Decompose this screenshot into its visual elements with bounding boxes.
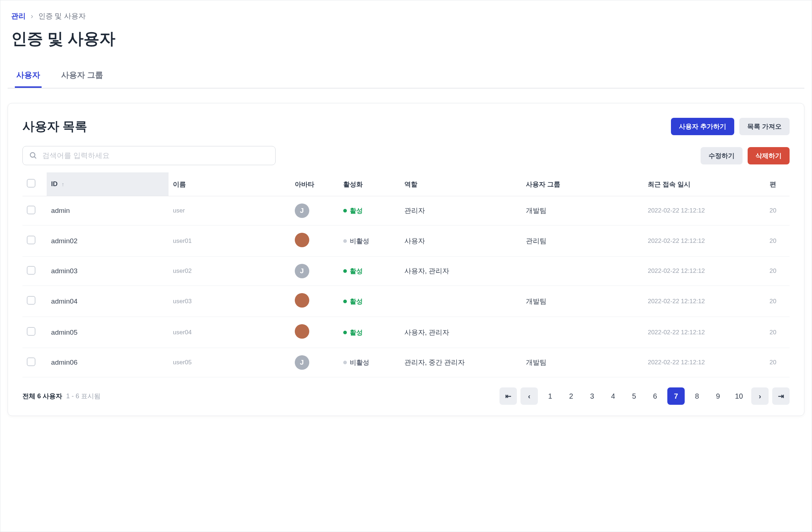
cell-role: 사용자 bbox=[400, 226, 522, 257]
page-number[interactable]: 4 bbox=[604, 387, 622, 405]
cell-role: 관리자, 중간 관리자 bbox=[400, 348, 522, 377]
row-checkbox[interactable] bbox=[27, 236, 35, 244]
cell-id: admin05 bbox=[47, 317, 169, 348]
page-last-button[interactable]: ⇥ bbox=[772, 387, 790, 405]
cell-extra: 20 bbox=[765, 226, 790, 257]
page-first-button[interactable]: ⇤ bbox=[499, 387, 517, 405]
page-number[interactable]: 7 bbox=[667, 387, 685, 405]
import-button[interactable]: 목록 가져오 bbox=[739, 118, 790, 135]
summary-range: 1 - 6 표시됨 bbox=[66, 392, 101, 400]
col-group[interactable]: 사용자 그룹 bbox=[522, 172, 643, 196]
card-title: 사용자 목록 bbox=[22, 118, 87, 135]
cell-role: 사용자, 관리자 bbox=[400, 257, 522, 286]
page-number[interactable]: 5 bbox=[625, 387, 643, 405]
breadcrumb-root[interactable]: 관리 bbox=[11, 11, 26, 21]
user-table: ID ↑ 이름 아바타 활성화 역할 사용자 그룹 최근 접속 일시 편 adm… bbox=[22, 172, 790, 377]
col-extra[interactable]: 편 bbox=[765, 172, 790, 196]
status-dot-icon bbox=[343, 331, 347, 334]
cell-group bbox=[522, 257, 643, 286]
cell-name: user05 bbox=[169, 348, 290, 377]
search-icon bbox=[29, 151, 37, 160]
sort-asc-icon: ↑ bbox=[61, 181, 64, 187]
table-row[interactable]: admin05user04활성사용자, 관리자2022-02-22 12:12:… bbox=[22, 317, 790, 348]
page-number[interactable]: 1 bbox=[541, 387, 559, 405]
table-row[interactable]: admin06user05J비활성관리자, 중간 관리자개발팀2022-02-2… bbox=[22, 348, 790, 377]
row-actions: 수정하기 삭제하기 bbox=[701, 147, 790, 164]
status-dot-icon bbox=[343, 239, 347, 243]
table-row[interactable]: adminuserJ활성관리자개발팀2022-02-22 12:12:1220 bbox=[22, 196, 790, 226]
col-role[interactable]: 역할 bbox=[400, 172, 522, 196]
tab-0[interactable]: 사용자 bbox=[15, 64, 42, 88]
summary-total: 전체 6 사용자 bbox=[22, 392, 62, 400]
cell-group: 개발팀 bbox=[522, 348, 643, 377]
cell-extra: 20 bbox=[765, 348, 790, 377]
edit-button[interactable]: 수정하기 bbox=[701, 147, 743, 164]
page-number[interactable]: 8 bbox=[688, 387, 706, 405]
svg-line-1 bbox=[34, 156, 36, 158]
primary-actions: 사용자 추가하기 목록 가져오 bbox=[671, 118, 790, 135]
cell-id: admin bbox=[47, 196, 169, 226]
page-next-button[interactable]: › bbox=[751, 387, 769, 405]
page-prev-button[interactable]: ‹ bbox=[520, 387, 538, 405]
table-footer: 전체 6 사용자 1 - 6 표시됨 ⇤‹12345678910›⇥ bbox=[22, 387, 790, 405]
table-row[interactable]: admin04user03활성개발팀2022-02-22 12:12:1220 bbox=[22, 286, 790, 317]
col-id[interactable]: ID ↑ bbox=[47, 172, 169, 196]
cell-group: 관리팀 bbox=[522, 226, 643, 257]
status-label: 활성 bbox=[350, 206, 363, 215]
cell-role: 사용자, 관리자 bbox=[400, 317, 522, 348]
search-input[interactable] bbox=[22, 146, 276, 165]
col-id-label: ID bbox=[51, 180, 58, 188]
tab-1[interactable]: 사용자 그룹 bbox=[60, 64, 105, 88]
page-number[interactable]: 10 bbox=[730, 387, 748, 405]
breadcrumb-separator-icon: › bbox=[31, 12, 33, 20]
col-active[interactable]: 활성화 bbox=[339, 172, 400, 196]
page-number[interactable]: 2 bbox=[562, 387, 580, 405]
page-number[interactable]: 9 bbox=[709, 387, 727, 405]
page-number[interactable]: 3 bbox=[583, 387, 601, 405]
cell-name: user bbox=[169, 196, 290, 226]
page-root: 관리 › 인증 및 사용자 인증 및 사용자 사용자사용자 그룹 사용자 목록 … bbox=[0, 0, 812, 532]
cell-id: admin02 bbox=[47, 226, 169, 257]
row-checkbox[interactable] bbox=[27, 266, 35, 275]
row-checkbox[interactable] bbox=[27, 296, 35, 305]
row-checkbox[interactable] bbox=[27, 206, 35, 214]
pagination: ⇤‹12345678910›⇥ bbox=[499, 387, 790, 405]
cell-last-login: 2022-02-22 12:12:12 bbox=[643, 257, 765, 286]
cell-last-login: 2022-02-22 12:12:12 bbox=[643, 286, 765, 317]
cell-role bbox=[400, 286, 522, 317]
cell-group bbox=[522, 317, 643, 348]
tabs: 사용자사용자 그룹 bbox=[8, 64, 804, 89]
cell-last-login: 2022-02-22 12:12:12 bbox=[643, 317, 765, 348]
status-label: 활성 bbox=[350, 328, 363, 337]
status-badge: 활성 bbox=[343, 267, 363, 275]
avatar: J bbox=[295, 355, 309, 370]
avatar: J bbox=[295, 264, 309, 278]
breadcrumb: 관리 › 인증 및 사용자 bbox=[8, 11, 804, 21]
col-last-login[interactable]: 최근 접속 일시 bbox=[643, 172, 765, 196]
status-label: 활성 bbox=[350, 297, 363, 306]
status-dot-icon bbox=[343, 269, 347, 273]
table-row[interactable]: admin02user01비활성사용자관리팀2022-02-22 12:12:1… bbox=[22, 226, 790, 257]
table-row[interactable]: admin03user02J활성사용자, 관리자2022-02-22 12:12… bbox=[22, 257, 790, 286]
add-user-button[interactable]: 사용자 추가하기 bbox=[671, 118, 734, 135]
col-avatar[interactable]: 아바타 bbox=[290, 172, 339, 196]
col-name[interactable]: 이름 bbox=[169, 172, 290, 196]
status-badge: 활성 bbox=[343, 297, 363, 306]
toolbar: 수정하기 삭제하기 bbox=[22, 146, 790, 165]
page-number[interactable]: 6 bbox=[646, 387, 664, 405]
row-checkbox[interactable] bbox=[27, 357, 35, 366]
row-checkbox[interactable] bbox=[27, 327, 35, 336]
status-label: 비활성 bbox=[350, 358, 369, 367]
status-badge: 비활성 bbox=[343, 358, 369, 367]
pagination-summary: 전체 6 사용자 1 - 6 표시됨 bbox=[22, 392, 101, 400]
search-wrap bbox=[22, 146, 276, 165]
cell-extra: 20 bbox=[765, 196, 790, 226]
avatar: J bbox=[295, 203, 309, 218]
col-check bbox=[22, 172, 47, 196]
cell-last-login: 2022-02-22 12:12:12 bbox=[643, 196, 765, 226]
status-label: 비활성 bbox=[350, 237, 369, 245]
user-list-card: 사용자 목록 사용자 추가하기 목록 가져오 수정하기 삭제하기 bbox=[8, 103, 804, 416]
cell-extra: 20 bbox=[765, 286, 790, 317]
delete-button[interactable]: 삭제하기 bbox=[748, 147, 790, 164]
select-all-checkbox[interactable] bbox=[27, 179, 35, 188]
